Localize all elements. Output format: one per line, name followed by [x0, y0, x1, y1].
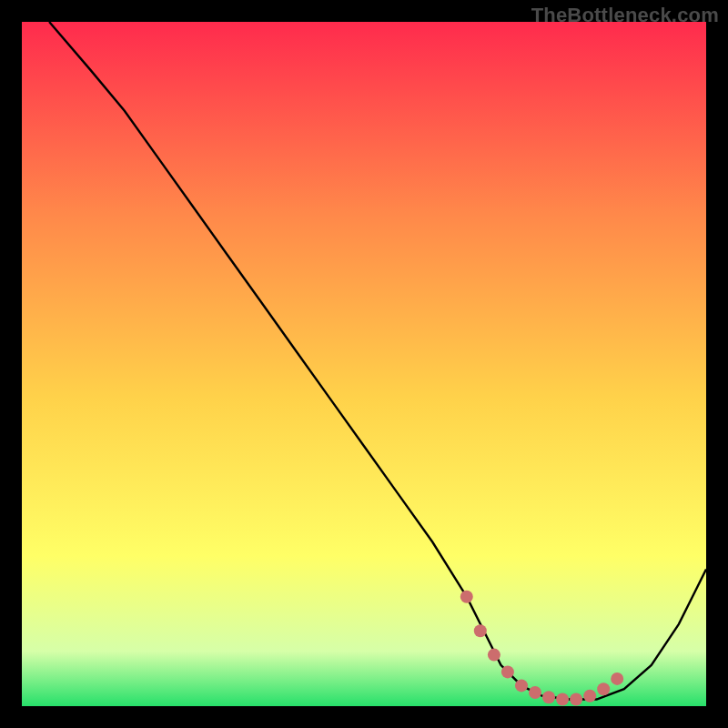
highlight-marker: [474, 624, 487, 637]
highlight-marker: [460, 591, 473, 603]
highlight-marker: [529, 686, 541, 699]
highlight-marker: [597, 682, 610, 695]
gradient-background: [22, 22, 706, 706]
bottleneck-chart: [22, 22, 706, 706]
highlight-marker: [556, 693, 569, 706]
highlight-marker: [570, 693, 582, 706]
highlight-marker: [583, 690, 596, 703]
highlight-marker: [488, 649, 500, 662]
highlight-marker: [515, 679, 528, 692]
watermark-label: TheBottleneck.com: [531, 4, 719, 27]
highlight-marker: [501, 665, 514, 678]
highlight-marker: [542, 691, 555, 703]
chart-frame: TheBottleneck.com: [0, 0, 728, 728]
highlight-marker: [611, 672, 623, 685]
